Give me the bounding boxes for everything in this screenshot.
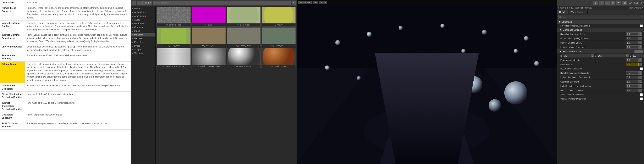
settings-button[interactable]: ⚙	[593, 1, 598, 5]
filters-button[interactable]: Filters ▾	[142, 1, 152, 5]
diffuse-boost-btn[interactable]: ⬡	[639, 63, 642, 66]
asset-item-m_concrete_tiles[interactable]: M_Concrete_Tiles	[156, 7, 191, 26]
occlusion-exponent-btn[interactable]: ⬡	[639, 80, 642, 83]
occlusion-exponent-input[interactable]	[626, 80, 638, 83]
color-swatch[interactable]	[634, 50, 643, 53]
asset-item-m_metal_burnished_steel[interactable]: M_Metal_Burnished_Steel	[192, 48, 226, 68]
sidebar-item-particles[interactable]: ▸Particles	[131, 40, 156, 44]
camera-button[interactable]: 📷	[616, 1, 622, 5]
asset-thumbnail	[227, 7, 261, 23]
add-button[interactable]: ⊕	[610, 1, 615, 5]
sidebar-item-meshes[interactable]: ▸Meshes	[131, 36, 156, 40]
visualize-ambient-occlusion-checkbox[interactable]	[640, 97, 643, 100]
show-button[interactable]: Show	[319, 0, 327, 4]
svg-point-48	[524, 36, 528, 41]
asset-item-m_metal_chrome[interactable]: M_Metal_Chrome	[227, 48, 261, 68]
sidebar-item-characters[interactable]: ▸Characters	[131, 25, 156, 29]
properties-panel: ⚙ 🔒 ⬡ ⊕ 📷 ▦ 10° 0.25 4 Showing 1 of 177 …	[557, 0, 644, 164]
sidebar-item-maps[interactable]: ▸Maps	[131, 29, 156, 33]
sidebar-item-animations[interactable]: ▸Animations	[131, 10, 156, 14]
lightmass-settings-header[interactable]: ▼ Lightmass Settings	[557, 28, 644, 32]
sidebar-item-textures[interactable]: ▸Textures	[131, 51, 156, 55]
environment-intensity-input[interactable]	[626, 58, 638, 62]
asset-item-m_glowy_wall[interactable]: M_Glowy_wall	[156, 27, 191, 47]
fully-occluded-samples-input[interactable]	[626, 84, 638, 88]
direct-illum-occlusion-input[interactable]	[626, 71, 638, 75]
visualize-material-diffuse-checkbox[interactable]	[640, 93, 643, 96]
perspective-button[interactable]: Perspective	[298, 0, 312, 4]
close-browser-button[interactable]: ✕	[292, 1, 296, 5]
svg-rect-32	[425, 95, 427, 101]
svg-marker-25	[442, 64, 444, 67]
folder-icon: ▸	[132, 41, 134, 43]
view-options-button[interactable]: View Options ▾	[629, 7, 643, 9]
asset-item-m_ground_moss[interactable]: M_Ground_Moss	[262, 27, 296, 47]
indirect-illum-occlusion-input[interactable]	[626, 76, 638, 79]
asset-item-m_ground_dirt[interactable]: M_Ground_Dirt	[192, 27, 226, 47]
tab-world-settings[interactable]: World Settings	[568, 10, 588, 14]
asset-browser-toolbar: ← → Filters ▾ ✕	[131, 0, 296, 6]
static-lighting-scale-label: Static Lighting Level Scale	[560, 33, 626, 35]
lightmass-section-header[interactable]: ▼ Lightmass	[557, 20, 644, 24]
svg-point-50	[356, 76, 361, 80]
indirect-lighting-quality-row: Indirect Lighting Quality ⬡	[557, 41, 644, 45]
sidebar-item-architecture[interactable]: ▸Architecture	[131, 14, 156, 18]
svg-point-6	[264, 7, 293, 23]
sidebar-item-blueprints[interactable]: ▸Blueprints	[131, 21, 156, 25]
doc-term: Environment Intensity	[0, 53, 25, 62]
max-occlusion-distance-input[interactable]	[626, 89, 638, 92]
static-lighting-scale-input[interactable]	[626, 32, 638, 36]
indirect-lighting-smoothness-input[interactable]	[626, 45, 638, 49]
grid-button[interactable]: ⬡	[605, 1, 610, 5]
lr-button[interactable]: LR	[312, 0, 318, 4]
indirect-lighting-smoothness-btn[interactable]: ⬡	[639, 45, 642, 49]
sidebar-item-label: Shapes	[134, 48, 142, 51]
search-materials-input[interactable]	[153, 1, 291, 5]
indirect-lighting-smoothness-label: Indirect Lighting Smoothness	[560, 46, 626, 48]
environment-intensity-btn[interactable]: ⬡	[639, 58, 642, 62]
sidebar-item-materials[interactable]: ▸Materials	[131, 33, 156, 36]
back-button[interactable]: ←	[132, 1, 136, 5]
asset-item-m_ground_gravel[interactable]: M_Ground_Gravel	[227, 27, 261, 47]
forward-button[interactable]: →	[137, 1, 142, 5]
env-r-btn[interactable]: ⬡	[591, 54, 594, 57]
sidebar-item-shapes[interactable]: ▸Shapes	[131, 48, 156, 51]
properties-search-input[interactable]	[558, 15, 643, 19]
folder-icon: ▸	[132, 22, 134, 25]
asset-item-m_metal_copper[interactable]: M_Metal_Copper	[262, 48, 296, 68]
use-ambient-occlusion-checkbox[interactable]	[640, 67, 643, 70]
env-g-input[interactable]	[598, 54, 625, 57]
env-color-collapse-icon: ▼	[560, 50, 562, 53]
asset-item-m_glass[interactable]: M_Glass	[192, 7, 226, 26]
indirect-lighting-quality-input[interactable]	[626, 41, 638, 44]
svg-point-45	[398, 26, 403, 30]
sidebar-item-props[interactable]: ▸Props	[131, 44, 156, 48]
lightmass-settings-label: Lightmass Settings	[563, 29, 582, 31]
env-g-btn[interactable]: ⬡	[626, 54, 629, 57]
doc-term: Indirect Lighting Smoothness	[0, 32, 25, 44]
static-lighting-scale-btn[interactable]: ⬡	[639, 32, 642, 36]
sidebar-item-game[interactable]: ▸Game	[131, 7, 156, 10]
sidebar-item-audio[interactable]: ▸Audio	[131, 18, 156, 21]
asset-item-m_glass_water[interactable]: M_Glass_Water	[227, 7, 261, 26]
lock-button[interactable]: 🔒	[599, 1, 604, 5]
num-indirect-bounces-input[interactable]	[626, 37, 638, 40]
fully-occluded-samples-btn[interactable]: ⬡	[639, 84, 642, 88]
num-indirect-bounces-btn[interactable]: ⬡	[639, 37, 642, 40]
asset-item-m_metal_brushed_nickel[interactable]: M_Metal_Brushed_Nickel	[156, 48, 191, 68]
tab-details[interactable]: Details	[557, 10, 568, 14]
env-r-input[interactable]	[563, 54, 590, 57]
svg-point-14	[228, 48, 260, 65]
doc-row: Diffuse BoostScales the diffuse contribu…	[0, 61, 130, 83]
indirect-illum-occlusion-btn[interactable]: ⬡	[639, 76, 642, 79]
indirect-lighting-quality-btn[interactable]: ⬡	[639, 41, 642, 44]
env-b-input[interactable]	[632, 54, 644, 57]
environment-color-header[interactable]: ▼ Environment Color	[557, 49, 644, 54]
max-occlusion-distance-btn[interactable]: ⬡	[639, 89, 642, 92]
view-button[interactable]: ▦	[622, 1, 627, 5]
asset-item-m_glowy[interactable]: M_Glowy	[262, 7, 296, 26]
force-no-precomputed-checkbox[interactable]	[640, 24, 643, 27]
diffuse-boost-input[interactable]	[626, 63, 638, 66]
direct-illum-occlusion-btn[interactable]: ⬡	[639, 71, 642, 75]
doc-term: Environment Color	[0, 44, 25, 53]
